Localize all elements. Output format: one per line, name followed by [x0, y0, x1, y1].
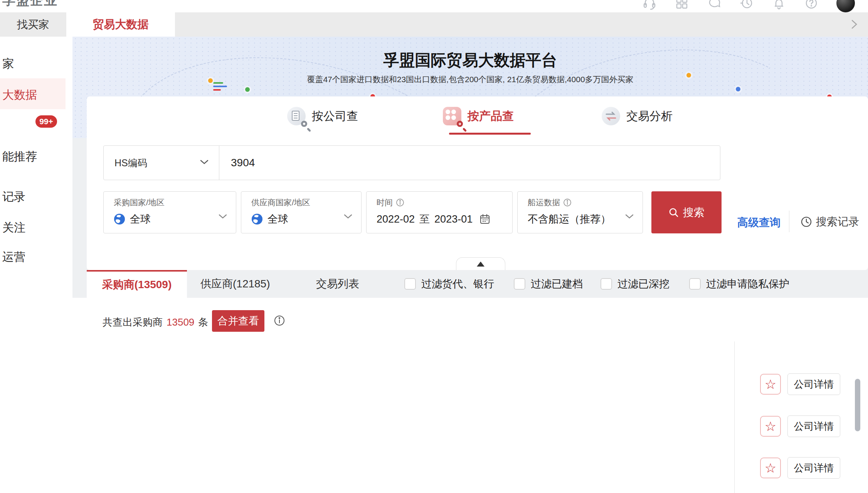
headset-icon[interactable] [642, 0, 657, 10]
filter-value: 不含船运（推荐） [528, 212, 611, 226]
sidebar-item-records[interactable]: 记录 [2, 189, 25, 205]
time-range-filter[interactable]: 时间 2022-02 至 2023-01 [366, 191, 513, 233]
sidebar-item-smart-recommend[interactable]: 能推荐 [2, 149, 37, 165]
clock-icon [801, 216, 812, 228]
chevron-down-icon [200, 159, 209, 166]
checkbox-label: 过滤货代、银行 [421, 277, 494, 291]
user-avatar[interactable] [836, 0, 855, 12]
top-icon-group [642, 0, 855, 12]
merge-button-label: 合并查看 [217, 314, 259, 328]
notification-badge: 99+ [35, 115, 57, 128]
summary-unit: 条 [198, 316, 208, 329]
sidebar-item-following[interactable]: 关注 [2, 220, 25, 236]
search-button-label: 搜索 [683, 205, 705, 220]
company-detail-button[interactable]: 公司详情 [787, 457, 840, 479]
favorite-star-button[interactable]: ☆ [760, 374, 781, 395]
tab-trade-analysis[interactable]: 交易分析 [602, 104, 673, 128]
info-icon[interactable] [274, 315, 285, 328]
checkbox[interactable] [689, 278, 701, 290]
chevron-right-icon[interactable] [847, 17, 861, 33]
shipping-data-filter[interactable]: 船运数据 不含船运（推荐） [517, 191, 643, 233]
search-card: 按公司查 按产品查 交易分析 HS编码 3904 采购 [87, 96, 868, 270]
date-separator: 至 [419, 212, 430, 226]
search-button[interactable]: 搜索 [651, 191, 722, 233]
filter-label: 供应商国家/地区 [251, 197, 310, 208]
chevron-down-icon [343, 214, 353, 221]
checkbox[interactable] [404, 278, 416, 290]
company-detail-button[interactable]: 公司详情 [787, 415, 840, 437]
results-tab-suppliers[interactable]: 供应商(12185) [200, 270, 270, 298]
sidebar-item-operations[interactable]: 运营 [2, 249, 25, 265]
tab-search-by-product[interactable]: 按产品查 [443, 104, 514, 128]
app-logo: 孚盟企业 [2, 0, 58, 9]
map-dot [736, 87, 740, 91]
tab-label: 按产品查 [468, 108, 514, 124]
chevron-down-icon [625, 214, 634, 221]
info-icon [396, 198, 404, 207]
search-field-selector[interactable]: HS编码 [104, 146, 219, 180]
results-tab-label: 供应商(12185) [200, 277, 270, 291]
top-bar: 孚盟企业 [0, 0, 868, 12]
filter-value: 全球 [130, 212, 151, 226]
tab-label: 交易分析 [626, 108, 673, 124]
date-to[interactable]: 2023-01 [434, 213, 473, 225]
calendar-icon [479, 214, 490, 225]
supplier-country-filter[interactable]: 供应商国家/地区 全球 [241, 191, 362, 233]
sidebar-item-find-buyers[interactable]: 家 [2, 56, 14, 72]
checkbox-label: 过滤申请隐私保护 [706, 277, 789, 291]
bell-icon[interactable] [772, 0, 786, 10]
summary-prefix: 共查出采购商 [103, 316, 163, 329]
globe-icon [251, 213, 263, 225]
favorite-star-button[interactable]: ☆ [760, 416, 781, 437]
results-tab-transactions[interactable]: 交易列表 [316, 270, 359, 298]
info-icon [563, 198, 572, 207]
checkbox[interactable] [601, 278, 612, 290]
results-tab-buyers[interactable]: 采购商(13509) [87, 270, 187, 298]
filter-checkbox-mined[interactable]: 过滤已深挖 [601, 270, 670, 298]
sidebar-item-trade-bigdata[interactable]: 大数据 [2, 87, 37, 103]
product-search-icon [443, 107, 461, 125]
map-dot [245, 87, 250, 92]
date-from[interactable]: 2022-02 [377, 213, 415, 225]
favorite-star-button[interactable]: ☆ [760, 458, 781, 478]
search-history-link[interactable]: 搜索记录 [801, 214, 859, 229]
results-tab-label: 交易列表 [316, 277, 359, 291]
filter-checkbox-archived[interactable]: 过滤已建档 [514, 270, 583, 298]
search-box: HS编码 3904 [103, 145, 720, 180]
chevron-down-icon [218, 214, 227, 221]
banner-subtitle: 覆盖47个国家进口数据和23国出口数据,包含200个国家, 21亿条贸易数据,4… [72, 74, 868, 85]
summary-count: 13509 [167, 316, 194, 328]
filter-checkbox-forwarders[interactable]: 过滤货代、银行 [404, 270, 494, 298]
filter-label: 时间 [377, 197, 393, 208]
history-clock-icon[interactable] [739, 0, 754, 10]
banner-title: 孚盟国际贸易大数据平台 [72, 50, 868, 71]
trade-analysis-icon [602, 107, 620, 125]
search-input[interactable]: 3904 [231, 157, 255, 169]
divider [789, 211, 789, 232]
merge-view-button[interactable]: 合并查看 [212, 310, 264, 332]
filter-label: 采购国家/地区 [114, 197, 165, 208]
left-sidebar: 家 大数据 能推荐 99+ 记录 关注 运营 [0, 37, 72, 493]
collapse-panel-button[interactable] [456, 257, 505, 270]
field-selector-label: HS编码 [114, 157, 147, 169]
company-search-icon [287, 107, 306, 125]
apps-grid-icon[interactable] [675, 0, 689, 10]
search-icon [668, 207, 679, 218]
chat-icon[interactable] [707, 0, 722, 10]
checkbox[interactable] [514, 278, 525, 290]
vertical-scrollbar[interactable] [855, 379, 860, 431]
tab-trade-bigdata[interactable]: 贸易大数据 [66, 12, 175, 37]
results-tab-label: 采购商(13509) [102, 277, 172, 292]
results-summary: 共查出采购商 13509 条 [103, 316, 208, 329]
action-column-divider [734, 341, 735, 493]
advanced-query-link[interactable]: 高级查询 [737, 215, 781, 230]
triangle-up-icon [477, 262, 484, 267]
tab-find-buyers[interactable]: 找买家 [0, 12, 66, 37]
buyer-country-filter[interactable]: 采购国家/地区 全球 [103, 191, 236, 233]
help-icon[interactable] [804, 0, 819, 10]
globe-icon [114, 213, 125, 225]
filter-value: 全球 [267, 212, 288, 226]
filter-checkbox-privacy[interactable]: 过滤申请隐私保护 [689, 270, 789, 298]
tab-search-by-company[interactable]: 按公司查 [287, 104, 358, 128]
company-detail-button[interactable]: 公司详情 [787, 373, 840, 395]
